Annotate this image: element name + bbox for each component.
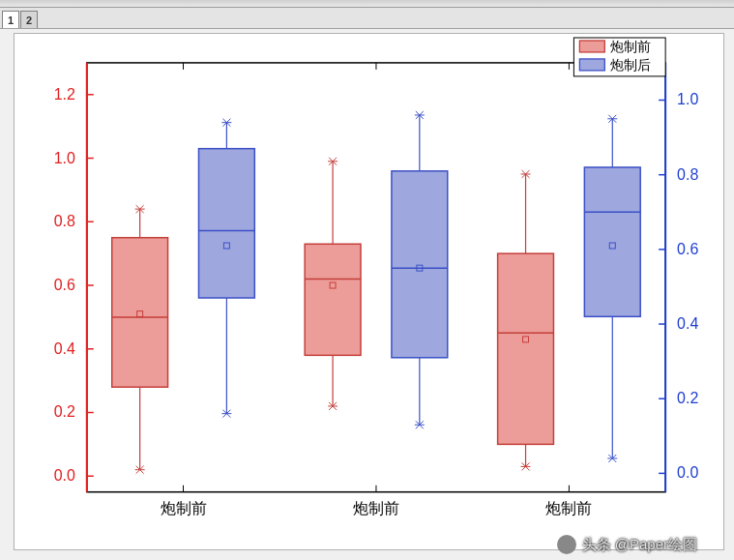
chart-frame: 0.00.20.40.60.81.01.20.00.20.40.60.81.0炮… (14, 33, 724, 550)
svg-rect-105 (579, 41, 604, 52)
svg-rect-46 (112, 238, 168, 387)
svg-rect-0 (87, 63, 665, 492)
svg-rect-57 (198, 149, 254, 298)
svg-text:炮制前: 炮制前 (545, 500, 592, 516)
avatar-icon (557, 535, 576, 554)
svg-text:0.6: 0.6 (54, 277, 75, 293)
svg-text:炮制前: 炮制前 (610, 40, 651, 54)
svg-text:1.2: 1.2 (54, 86, 75, 103)
svg-rect-68 (305, 244, 361, 355)
svg-text:0.8: 0.8 (54, 213, 75, 229)
svg-text:0.4: 0.4 (677, 315, 698, 332)
svg-text:炮制前: 炮制前 (161, 500, 207, 516)
svg-text:0.4: 0.4 (54, 340, 75, 357)
svg-text:0.2: 0.2 (54, 403, 75, 420)
svg-rect-101 (584, 167, 640, 316)
tab-1[interactable]: 1 (2, 11, 19, 28)
svg-rect-90 (498, 253, 554, 444)
svg-text:0.0: 0.0 (54, 467, 75, 484)
svg-text:1.0: 1.0 (677, 91, 698, 107)
svg-text:0.8: 0.8 (677, 166, 698, 183)
svg-text:0.6: 0.6 (677, 241, 698, 257)
svg-text:0.0: 0.0 (677, 464, 698, 481)
svg-text:炮制后: 炮制后 (610, 58, 651, 73)
svg-text:1.0: 1.0 (54, 150, 75, 166)
tab-bar: 1 2 (0, 8, 734, 29)
svg-rect-79 (392, 171, 448, 358)
watermark-text: 头条 @Paper绘图 (582, 536, 697, 554)
boxplot-chart: 0.00.20.40.60.81.01.20.00.20.40.60.81.0炮… (15, 34, 723, 550)
tab-2[interactable]: 2 (20, 11, 38, 28)
svg-rect-107 (579, 59, 604, 71)
watermark: 头条 @Paper绘图 (557, 535, 697, 554)
svg-text:炮制前: 炮制前 (353, 500, 399, 516)
svg-text:0.2: 0.2 (677, 390, 698, 406)
